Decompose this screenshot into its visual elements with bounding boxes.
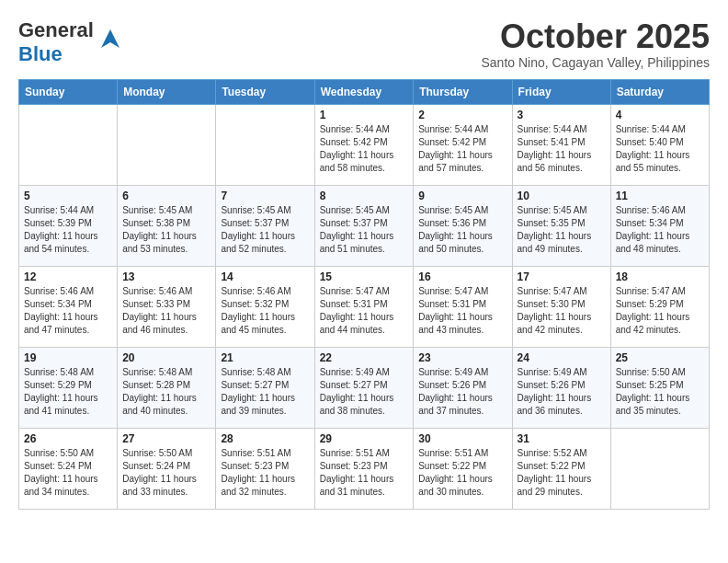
calendar-cell: 29 Sunrise: 5:51 AMSunset: 5:23 PMDaylig… xyxy=(314,428,414,509)
day-number: 6 xyxy=(122,190,210,202)
calendar-cell: 23 Sunrise: 5:49 AMSunset: 5:26 PMDaylig… xyxy=(414,347,512,428)
day-info: Sunrise: 5:47 AMSunset: 5:31 PMDaylight:… xyxy=(418,285,506,337)
col-friday: Friday xyxy=(512,79,610,104)
day-number: 5 xyxy=(24,190,112,202)
day-info: Sunrise: 5:50 AMSunset: 5:25 PMDaylight:… xyxy=(616,366,704,418)
calendar-table: Sunday Monday Tuesday Wednesday Thursday… xyxy=(18,79,710,510)
col-thursday: Thursday xyxy=(414,79,512,104)
day-info: Sunrise: 5:47 AMSunset: 5:29 PMDaylight:… xyxy=(616,285,704,337)
calendar-cell: 15 Sunrise: 5:47 AMSunset: 5:31 PMDaylig… xyxy=(314,266,414,347)
day-info: Sunrise: 5:47 AMSunset: 5:30 PMDaylight:… xyxy=(518,285,606,337)
day-number: 4 xyxy=(616,109,704,121)
day-info: Sunrise: 5:51 AMSunset: 5:22 PMDaylight:… xyxy=(418,447,506,499)
day-info: Sunrise: 5:51 AMSunset: 5:23 PMDaylight:… xyxy=(221,447,309,499)
calendar-week-row: 26 Sunrise: 5:50 AMSunset: 5:24 PMDaylig… xyxy=(19,428,710,509)
day-info: Sunrise: 5:46 AMSunset: 5:33 PMDaylight:… xyxy=(122,285,210,337)
day-info: Sunrise: 5:51 AMSunset: 5:23 PMDaylight:… xyxy=(320,447,409,499)
calendar-cell: 6 Sunrise: 5:45 AMSunset: 5:38 PMDayligh… xyxy=(118,185,216,266)
calendar-cell: 5 Sunrise: 5:44 AMSunset: 5:39 PMDayligh… xyxy=(19,185,118,266)
calendar-cell: 26 Sunrise: 5:50 AMSunset: 5:24 PMDaylig… xyxy=(19,428,118,509)
logo-arrow-icon xyxy=(97,26,123,52)
location-subtitle: Santo Nino, Cagayan Valley, Philippines xyxy=(481,55,710,70)
day-info: Sunrise: 5:46 AMSunset: 5:34 PMDaylight:… xyxy=(24,285,112,337)
month-title: October 2025 xyxy=(481,18,710,55)
day-number: 26 xyxy=(24,432,112,445)
day-info: Sunrise: 5:45 AMSunset: 5:35 PMDaylight:… xyxy=(518,204,606,256)
calendar-cell: 25 Sunrise: 5:50 AMSunset: 5:25 PMDaylig… xyxy=(610,347,709,428)
day-number: 17 xyxy=(518,270,606,283)
col-wednesday: Wednesday xyxy=(314,79,414,104)
calendar-cell: 24 Sunrise: 5:49 AMSunset: 5:26 PMDaylig… xyxy=(512,347,610,428)
calendar-cell: 14 Sunrise: 5:46 AMSunset: 5:32 PMDaylig… xyxy=(216,266,314,347)
calendar-cell: 10 Sunrise: 5:45 AMSunset: 5:35 PMDaylig… xyxy=(512,185,610,266)
day-number: 22 xyxy=(320,351,409,364)
calendar-cell: 4 Sunrise: 5:44 AMSunset: 5:40 PMDayligh… xyxy=(610,104,709,185)
calendar-header-row: Sunday Monday Tuesday Wednesday Thursday… xyxy=(19,79,710,104)
col-monday: Monday xyxy=(118,79,216,104)
logo-text: General Blue xyxy=(18,18,94,66)
day-number: 28 xyxy=(221,432,309,445)
calendar-cell: 16 Sunrise: 5:47 AMSunset: 5:31 PMDaylig… xyxy=(414,266,512,347)
calendar-cell: 13 Sunrise: 5:46 AMSunset: 5:33 PMDaylig… xyxy=(118,266,216,347)
day-number: 25 xyxy=(616,351,704,364)
day-info: Sunrise: 5:48 AMSunset: 5:27 PMDaylight:… xyxy=(221,366,309,418)
calendar-week-row: 1 Sunrise: 5:44 AMSunset: 5:42 PMDayligh… xyxy=(19,104,710,185)
day-info: Sunrise: 5:45 AMSunset: 5:37 PMDaylight:… xyxy=(320,204,409,256)
day-number: 24 xyxy=(518,351,606,364)
day-number: 1 xyxy=(320,109,409,121)
calendar-cell: 30 Sunrise: 5:51 AMSunset: 5:22 PMDaylig… xyxy=(414,428,512,509)
day-info: Sunrise: 5:44 AMSunset: 5:42 PMDaylight:… xyxy=(418,123,506,175)
calendar-cell: 11 Sunrise: 5:46 AMSunset: 5:34 PMDaylig… xyxy=(610,185,709,266)
calendar-cell xyxy=(610,428,709,509)
day-number: 18 xyxy=(616,270,704,283)
day-number: 29 xyxy=(320,432,409,445)
day-info: Sunrise: 5:47 AMSunset: 5:31 PMDaylight:… xyxy=(320,285,409,337)
day-number: 15 xyxy=(320,270,409,283)
day-info: Sunrise: 5:45 AMSunset: 5:37 PMDaylight:… xyxy=(221,204,309,256)
day-info: Sunrise: 5:52 AMSunset: 5:22 PMDaylight:… xyxy=(518,447,606,499)
calendar-cell: 17 Sunrise: 5:47 AMSunset: 5:30 PMDaylig… xyxy=(512,266,610,347)
day-info: Sunrise: 5:50 AMSunset: 5:24 PMDaylight:… xyxy=(24,447,112,499)
day-info: Sunrise: 5:46 AMSunset: 5:32 PMDaylight:… xyxy=(221,285,309,337)
day-number: 10 xyxy=(518,190,606,202)
svg-marker-0 xyxy=(101,29,119,48)
calendar-cell: 9 Sunrise: 5:45 AMSunset: 5:36 PMDayligh… xyxy=(414,185,512,266)
logo-blue: Blue xyxy=(18,42,63,65)
day-number: 19 xyxy=(24,351,112,364)
calendar-cell: 19 Sunrise: 5:48 AMSunset: 5:29 PMDaylig… xyxy=(19,347,118,428)
day-info: Sunrise: 5:44 AMSunset: 5:40 PMDaylight:… xyxy=(616,123,704,175)
calendar-cell: 21 Sunrise: 5:48 AMSunset: 5:27 PMDaylig… xyxy=(216,347,314,428)
calendar-cell: 22 Sunrise: 5:49 AMSunset: 5:27 PMDaylig… xyxy=(314,347,414,428)
calendar-cell: 18 Sunrise: 5:47 AMSunset: 5:29 PMDaylig… xyxy=(610,266,709,347)
col-tuesday: Tuesday xyxy=(216,79,314,104)
day-number: 16 xyxy=(418,270,506,283)
calendar-cell xyxy=(19,104,118,185)
day-number: 21 xyxy=(221,351,309,364)
day-number: 9 xyxy=(418,190,506,202)
day-info: Sunrise: 5:49 AMSunset: 5:26 PMDaylight:… xyxy=(518,366,606,418)
calendar-cell: 27 Sunrise: 5:50 AMSunset: 5:24 PMDaylig… xyxy=(118,428,216,509)
day-info: Sunrise: 5:45 AMSunset: 5:38 PMDaylight:… xyxy=(122,204,210,256)
day-info: Sunrise: 5:46 AMSunset: 5:34 PMDaylight:… xyxy=(616,204,704,256)
day-info: Sunrise: 5:44 AMSunset: 5:42 PMDaylight:… xyxy=(320,123,409,175)
day-number: 14 xyxy=(221,270,309,283)
day-info: Sunrise: 5:48 AMSunset: 5:29 PMDaylight:… xyxy=(24,366,112,418)
calendar-cell xyxy=(216,104,314,185)
calendar-cell: 28 Sunrise: 5:51 AMSunset: 5:23 PMDaylig… xyxy=(216,428,314,509)
day-info: Sunrise: 5:50 AMSunset: 5:24 PMDaylight:… xyxy=(122,447,210,499)
day-info: Sunrise: 5:45 AMSunset: 5:36 PMDaylight:… xyxy=(418,204,506,256)
calendar-week-row: 19 Sunrise: 5:48 AMSunset: 5:29 PMDaylig… xyxy=(19,347,710,428)
title-block: October 2025 Santo Nino, Cagayan Valley,… xyxy=(481,18,710,70)
day-info: Sunrise: 5:48 AMSunset: 5:28 PMDaylight:… xyxy=(122,366,210,418)
day-number: 12 xyxy=(24,270,112,283)
col-saturday: Saturday xyxy=(610,79,709,104)
day-info: Sunrise: 5:49 AMSunset: 5:27 PMDaylight:… xyxy=(320,366,409,418)
logo-general: General xyxy=(18,18,94,41)
day-number: 11 xyxy=(616,190,704,202)
day-number: 20 xyxy=(122,351,210,364)
calendar-cell: 2 Sunrise: 5:44 AMSunset: 5:42 PMDayligh… xyxy=(414,104,512,185)
calendar-cell: 20 Sunrise: 5:48 AMSunset: 5:28 PMDaylig… xyxy=(118,347,216,428)
calendar-week-row: 5 Sunrise: 5:44 AMSunset: 5:39 PMDayligh… xyxy=(19,185,710,266)
calendar-cell xyxy=(118,104,216,185)
day-number: 31 xyxy=(518,432,606,445)
